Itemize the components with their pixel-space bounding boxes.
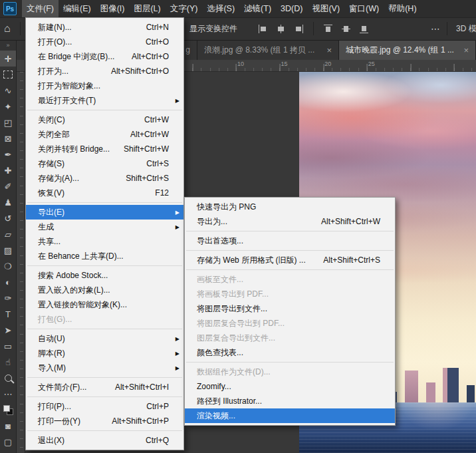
eraser-tool[interactable]: ▱ [0, 226, 16, 242]
export-menu-item[interactable]: 快速导出为 PNG [185, 200, 395, 214]
tool-icon: ▱ [5, 229, 11, 239]
frame-tool[interactable]: ⊠ [0, 130, 16, 146]
file-menu-item[interactable]: 打开(O)...Ctrl+O [26, 35, 183, 49]
eyedropper-tool[interactable]: ✒ [0, 146, 16, 162]
pen-tool[interactable]: ✑ [0, 290, 16, 306]
file-menu-item[interactable]: 打印(P)...Ctrl+P [26, 399, 183, 414]
export-menu-item[interactable]: 颜色查找表... [185, 345, 395, 360]
menubar-item[interactable]: 图像(I) [96, 0, 130, 17]
file-menu-item[interactable]: 在 Behance 上共享(D)... [26, 249, 183, 263]
tool-icon [3, 71, 13, 78]
tool-icon: ↺ [5, 214, 12, 224]
file-menu-item[interactable]: 置入链接的智能对象(K)... [26, 297, 183, 312]
file-menu-item-label: 生成 [38, 222, 54, 233]
menubar-item[interactable]: 帮助(H) [384, 0, 421, 17]
crop-tool[interactable]: ◰ [0, 114, 16, 130]
menubar-item[interactable]: 图层(L) [129, 0, 165, 17]
options-divider [20, 22, 21, 35]
file-menu-item[interactable]: 脚本(R)▶ [26, 346, 183, 361]
menubar-item[interactable]: 视图(V) [307, 0, 344, 17]
marquee-tool[interactable] [0, 67, 16, 82]
move-tool[interactable]: ✛ [0, 51, 16, 67]
file-menu-separator [27, 377, 182, 378]
file-menu-item[interactable]: 新建(N)...Ctrl+N [26, 20, 183, 35]
file-menu-item[interactable]: 导入(M)▶ [26, 361, 183, 375]
tab-close-icon[interactable]: × [326, 45, 332, 55]
shape-tool[interactable]: ▭ [0, 338, 16, 354]
file-menu-item-shortcut: Alt+Shift+Ctrl+O [111, 67, 172, 76]
hand-tool[interactable]: ☝ [0, 354, 16, 370]
home-icon[interactable]: ⌂ [4, 22, 11, 35]
file-menu-item[interactable]: 打印一份(Y)Alt+Shift+Ctrl+P [26, 414, 183, 428]
file-menu-item[interactable]: 存储(S)Ctrl+S [26, 156, 183, 171]
align-icon-group [258, 17, 369, 40]
export-menu-item[interactable]: 导出首选项... [185, 233, 395, 248]
file-menu-item[interactable]: 最近打开文件(T)▶ [26, 93, 183, 108]
align-top-edges-icon[interactable] [323, 24, 333, 34]
align-left-edges-icon[interactable] [258, 24, 268, 34]
quick-mask-button[interactable]: ◙ [0, 418, 16, 434]
file-menu-item-shortcut: Ctrl+Q [146, 436, 172, 445]
menubar-item[interactable]: 窗口(W) [344, 0, 384, 17]
file-menu-item[interactable]: 生成▶ [26, 220, 183, 234]
file-menu-item[interactable]: 打开为智能对象... [26, 78, 183, 93]
file-menu-item-label: 关闭全部 [38, 129, 70, 140]
file-menu-item[interactable]: 退出(X)Ctrl+Q [26, 433, 183, 448]
menubar-item[interactable]: 文件(F) [22, 0, 59, 17]
file-menu-item[interactable]: 共享... [26, 234, 183, 249]
align-bottom-edges-icon[interactable] [359, 24, 369, 34]
file-menu-item[interactable]: 存储为(A)...Shift+Ctrl+S [26, 171, 183, 186]
file-menu-item[interactable]: 自动(U)▶ [26, 331, 183, 346]
tab-close-icon[interactable]: × [463, 45, 469, 55]
healing-brush-tool[interactable]: ✚ [0, 162, 16, 178]
menubar-item[interactable]: 滤镜(T) [239, 0, 276, 17]
menubar-item[interactable]: 编辑(E) [59, 0, 96, 17]
blur-tool[interactable]: ❍ [0, 258, 16, 274]
vertical-ruler[interactable] [17, 72, 25, 453]
export-menu-item[interactable]: 存储为 Web 所用格式 (旧版) ...Alt+Shift+Ctrl+S [185, 253, 395, 267]
document-tab[interactable]: 城市晚霞.jpg @ 12.4% (组 1 ...× [339, 40, 476, 60]
more-options-icon[interactable]: ⋯ [431, 17, 440, 40]
file-menu-item[interactable]: 置入嵌入的对象(L)... [26, 283, 183, 297]
clone-stamp-tool[interactable]: ♟ [0, 194, 16, 210]
ruler-origin-corner[interactable] [17, 60, 25, 72]
file-menu-item[interactable]: 在 Bridge 中浏览(B)...Alt+Ctrl+O [26, 49, 183, 64]
menubar-item[interactable]: 3D(D) [276, 0, 307, 17]
path-select-tool[interactable]: ➤ [0, 322, 16, 338]
file-menu-item[interactable]: 打开为...Alt+Shift+Ctrl+O [26, 64, 183, 78]
export-menu-item[interactable]: 渲染视频... [185, 408, 395, 423]
file-menu-item[interactable]: 文件简介(F)...Alt+Shift+Ctrl+I [26, 380, 183, 394]
file-menu-item[interactable]: 关闭并转到 Bridge...Shift+Ctrl+W [26, 142, 183, 156]
export-menu-item[interactable]: 将图层导出到文件... [185, 301, 395, 316]
gradient-tool[interactable]: ▨ [0, 242, 16, 258]
file-menu-item[interactable]: 恢复(V)F12 [26, 186, 183, 200]
brush-tool[interactable]: ✐ [0, 178, 16, 194]
file-menu-item[interactable]: 关闭(C)Ctrl+W [26, 112, 183, 127]
menubar-item[interactable]: 选择(S) [202, 0, 239, 17]
magic-wand-tool[interactable]: ✦ [0, 98, 16, 114]
tool-icon: ☝ [5, 357, 11, 367]
align-horizontal-centers-icon[interactable] [276, 24, 286, 34]
align-vertical-centers-icon[interactable] [341, 24, 351, 34]
zoom-tool[interactable] [0, 370, 16, 386]
toolbar-collapse-icon[interactable]: » [0, 40, 16, 51]
history-brush-tool[interactable]: ↺ [0, 210, 16, 226]
export-menu-item[interactable]: Zoomify... [185, 379, 395, 394]
document-tab[interactable]: 浪潮.jpg @ 8.33% (组 1 拷贝 ...× [197, 40, 339, 60]
more-tools-button[interactable]: ⋯ [0, 386, 16, 402]
file-menu-item[interactable]: 搜索 Adobe Stock... [26, 268, 183, 283]
dodge-tool[interactable]: ◐ [0, 274, 16, 290]
align-right-edges-icon[interactable] [294, 24, 304, 34]
export-menu-item[interactable]: 导出为...Alt+Shift+Ctrl+W [185, 214, 395, 229]
lasso-tool[interactable]: ∿ [0, 82, 16, 98]
show-transform-controls-label[interactable]: 显示变换控件 [189, 17, 237, 40]
screen-mode-button[interactable]: ▢ [0, 434, 16, 450]
file-menu-separator [27, 396, 182, 397]
foreground-background-swatch[interactable] [0, 402, 16, 418]
file-menu-item[interactable]: 导出(E)▶ [26, 205, 183, 220]
3d-mode-label[interactable]: 3D 模 [456, 17, 476, 40]
file-menu-item[interactable]: 关闭全部Alt+Ctrl+W [26, 127, 183, 142]
export-menu-item[interactable]: 路径到 Illustrator... [185, 394, 395, 408]
menubar-item[interactable]: 文字(Y) [166, 0, 203, 17]
type-tool[interactable]: T [0, 306, 16, 322]
